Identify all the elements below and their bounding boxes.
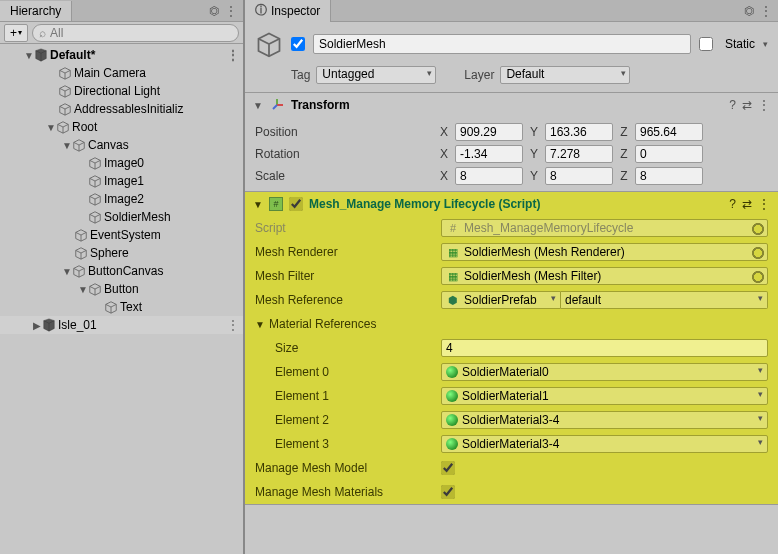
mesh-reference-sub-dropdown[interactable]: default	[561, 291, 768, 309]
row-menu-icon[interactable]: ⋮	[227, 48, 243, 62]
inspector-tab-label: Inspector	[271, 4, 320, 18]
component-menu-icon[interactable]: ⋮	[758, 197, 770, 211]
tree-item-soldiermesh[interactable]: SoldierMesh	[0, 208, 243, 226]
component-menu-icon[interactable]: ⋮	[758, 98, 770, 112]
material-icon	[446, 390, 458, 402]
foldout-arrow-icon[interactable]: ▼	[78, 284, 88, 295]
element-0-field[interactable]: SoldierMaterial0	[441, 363, 768, 381]
position-y-input[interactable]	[545, 123, 613, 141]
hierarchy-tab[interactable]: Hierarchy	[0, 1, 72, 21]
help-icon[interactable]: ?	[729, 197, 736, 211]
script-enabled-checkbox[interactable]	[289, 197, 303, 211]
element-2-label: Element 2	[255, 413, 437, 427]
scale-z-input[interactable]	[635, 167, 703, 185]
foldout-arrow-icon[interactable]: ▼	[62, 140, 72, 151]
tree-item-root[interactable]: ▼ Root	[0, 118, 243, 136]
tree-item-label: Root	[72, 120, 97, 134]
hierarchy-pane-options[interactable]: ⏣ ⋮	[203, 4, 243, 18]
manage-mesh-model-label: Manage Mesh Model	[255, 461, 437, 475]
lock-icon[interactable]: ⏣	[209, 4, 219, 18]
tree-item-button[interactable]: ▼ Button	[0, 280, 243, 298]
gameobject-icon	[88, 210, 102, 224]
element-1-field[interactable]: SoldierMaterial1	[441, 387, 768, 405]
object-picker-icon[interactable]	[751, 270, 765, 284]
tree-item-label: Main Camera	[74, 66, 146, 80]
gameobject-icon	[58, 66, 72, 80]
tree-item-canvas[interactable]: ▼ Canvas	[0, 136, 243, 154]
static-checkbox[interactable]	[699, 37, 713, 51]
foldout-arrow-icon[interactable]: ▼	[24, 50, 34, 61]
axis-x-label: X	[437, 147, 451, 161]
element-3-field[interactable]: SoldierMaterial3-4	[441, 435, 768, 453]
gameobject-icon	[104, 300, 118, 314]
foldout-arrow-icon[interactable]: ▼	[46, 122, 56, 133]
hierarchy-search[interactable]: ⌕ All	[32, 24, 239, 42]
position-z-input[interactable]	[635, 123, 703, 141]
script-header[interactable]: ▼ # Mesh_Manage Memory Lifecycle (Script…	[245, 192, 778, 216]
tree-item-label: Directional Light	[74, 84, 160, 98]
tag-dropdown[interactable]: Untagged	[316, 66, 436, 84]
svg-line-2	[273, 105, 277, 109]
rotation-z-input[interactable]	[635, 145, 703, 163]
rotation-x-input[interactable]	[455, 145, 523, 163]
hierarchy-panel: Hierarchy ⏣ ⋮ +▾ ⌕ All ▼ Default* ⋮ Main…	[0, 0, 245, 554]
foldout-arrow-icon[interactable]: ▼	[62, 266, 72, 277]
tree-item-addressables[interactable]: AddressablesInitializ	[0, 100, 243, 118]
csharp-icon: #	[446, 221, 460, 235]
preset-icon[interactable]: ⇄	[742, 98, 752, 112]
tree-item-directional-light[interactable]: Directional Light	[0, 82, 243, 100]
axis-z-label: Z	[617, 147, 631, 161]
preset-icon[interactable]: ⇄	[742, 197, 752, 211]
row-menu-icon[interactable]: ⋮	[227, 318, 243, 332]
axis-x-label: X	[437, 169, 451, 183]
tree-item-image2[interactable]: Image2	[0, 190, 243, 208]
pane-menu-icon[interactable]: ⋮	[760, 4, 772, 18]
scene-row[interactable]: ▼ Default* ⋮	[0, 46, 243, 64]
position-x-input[interactable]	[455, 123, 523, 141]
script-title: Mesh_Manage Memory Lifecycle (Script)	[309, 197, 723, 211]
mesh-filter-field[interactable]: ▦ SoldierMesh (Mesh Filter)	[441, 267, 768, 285]
tree-item-image0[interactable]: Image0	[0, 154, 243, 172]
static-dropdown-icon[interactable]: ▾	[763, 39, 768, 49]
lock-icon[interactable]: ⏣	[744, 4, 754, 18]
manage-mesh-materials-checkbox[interactable]	[441, 485, 455, 499]
gameobject-name-input[interactable]	[313, 34, 691, 54]
inspector-tab[interactable]: ⓘ Inspector	[245, 0, 331, 22]
rotation-y-input[interactable]	[545, 145, 613, 163]
tree-item-isle01[interactable]: ▶ Isle_01 ⋮	[0, 316, 243, 334]
mesh-reference-asset-dropdown[interactable]: ⬢ SoldierPrefab	[441, 291, 561, 309]
create-button[interactable]: +▾	[4, 24, 28, 42]
inspector-pane-options[interactable]: ⏣ ⋮	[738, 4, 778, 18]
gameobject-icon	[88, 174, 102, 188]
gameobject-icon[interactable]	[255, 30, 283, 58]
element-2-field[interactable]: SoldierMaterial3-4	[441, 411, 768, 429]
scale-label: Scale	[255, 169, 433, 183]
scale-y-input[interactable]	[545, 167, 613, 185]
mesh-renderer-field[interactable]: ▦ SoldierMesh (Mesh Renderer)	[441, 243, 768, 261]
help-icon[interactable]: ?	[729, 98, 736, 112]
scale-x-input[interactable]	[455, 167, 523, 185]
foldout-arrow-icon[interactable]: ▼	[253, 100, 263, 111]
layer-dropdown[interactable]: Default	[500, 66, 630, 84]
object-picker-icon[interactable]	[751, 246, 765, 260]
foldout-arrow-icon[interactable]: ▶	[32, 320, 42, 331]
tree-item-label: ButtonCanvas	[88, 264, 163, 278]
tree-item-image1[interactable]: Image1	[0, 172, 243, 190]
tree-item-label: Isle_01	[58, 318, 97, 332]
pane-menu-icon[interactable]: ⋮	[225, 4, 237, 18]
tree-item-sphere[interactable]: Sphere	[0, 244, 243, 262]
tree-item-eventsystem[interactable]: EventSystem	[0, 226, 243, 244]
search-placeholder: All	[50, 26, 63, 40]
tree-item-main-camera[interactable]: Main Camera	[0, 64, 243, 82]
transform-header[interactable]: ▼ Transform ? ⇄ ⋮	[245, 93, 778, 117]
tree-item-buttoncanvas[interactable]: ▼ ButtonCanvas	[0, 262, 243, 280]
transform-icon	[269, 97, 285, 113]
plus-icon: +	[10, 26, 17, 40]
foldout-arrow-icon[interactable]: ▼	[253, 199, 263, 210]
size-input[interactable]	[441, 339, 768, 357]
tree-item-text[interactable]: Text	[0, 298, 243, 316]
foldout-arrow-icon[interactable]: ▼	[255, 319, 265, 330]
gameobject-active-checkbox[interactable]	[291, 37, 305, 51]
manage-mesh-model-checkbox[interactable]	[441, 461, 455, 475]
object-picker-icon[interactable]	[751, 222, 765, 236]
